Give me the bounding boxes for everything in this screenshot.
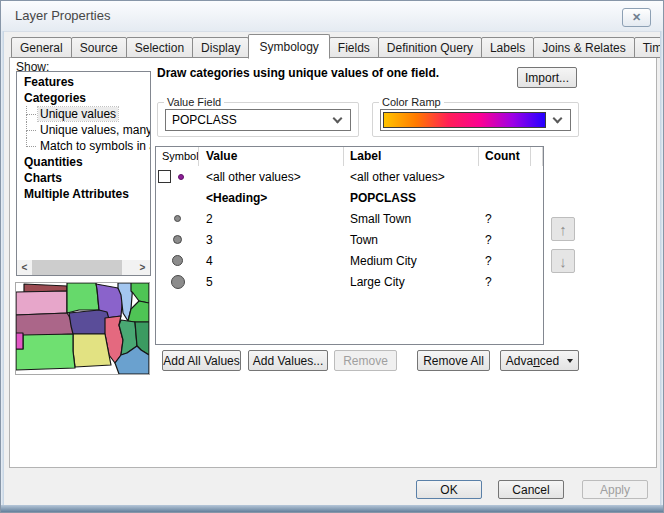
show-tree-item-label: Categories (22, 91, 88, 105)
tab-labels[interactable]: Labels (481, 37, 534, 58)
show-tree-item-label: Features (22, 75, 76, 89)
tab-source[interactable]: Source (71, 37, 127, 58)
layer-properties-dialog: Layer Properties ✕ GeneralSourceSelectio… (0, 0, 664, 513)
count-cell: ? (479, 275, 531, 289)
window-frame-bottom (1, 505, 663, 512)
tab-display[interactable]: Display (192, 37, 249, 58)
show-tree: FeaturesCategoriesUnique valuesUnique va… (16, 71, 151, 276)
symbol-cell[interactable] (156, 255, 199, 266)
chevron-down-icon (333, 114, 343, 124)
color-ramp-gradient (383, 112, 546, 128)
ok-button[interactable]: OK (416, 480, 482, 499)
show-tree-item-categories[interactable]: Categories (17, 90, 150, 106)
tab-strip: GeneralSourceSelectionDisplaySymbologyFi… (11, 34, 664, 58)
show-tree-item-label: Charts (22, 171, 64, 185)
show-tree-item-label: Unique values (38, 107, 118, 121)
add-values-button[interactable]: Add Values... (248, 350, 328, 371)
import-button[interactable]: Import... (517, 67, 577, 88)
map-thumbnail-image (16, 283, 149, 374)
color-ramp-dropdown[interactable] (380, 109, 571, 131)
tab-joins-relates[interactable]: Joins & Relates (533, 37, 634, 58)
values-table-body: <all other values><all other values><Hea… (156, 166, 543, 292)
color-ramp-group: Color Ramp (372, 96, 579, 137)
all-other-values-checkbox[interactable] (158, 170, 171, 183)
show-tree-item-quantities[interactable]: Quantities (17, 154, 150, 170)
value-cell: 4 (199, 254, 344, 268)
close-icon: ✕ (632, 12, 641, 23)
column-header-value: Value (199, 147, 344, 166)
chevron-down-icon (553, 114, 563, 124)
label-cell: Small Town (344, 212, 479, 226)
show-tree-item-unique-values[interactable]: Unique values (17, 106, 150, 122)
symbol-cell[interactable] (156, 215, 199, 222)
cancel-button[interactable]: Cancel (498, 480, 564, 499)
tab-page-symbology: Show: FeaturesCategoriesUnique valuesUni… (9, 57, 657, 468)
value-cell: <Heading> (199, 191, 344, 205)
values-table: SymbolValueLabelCount <all other values>… (155, 146, 544, 345)
tab-selection[interactable]: Selection (126, 37, 193, 58)
tab-symbology[interactable]: Symbology (248, 34, 329, 59)
value-cell: 5 (199, 275, 344, 289)
label-cell: Medium City (344, 254, 479, 268)
show-tree-items: FeaturesCategoriesUnique valuesUnique va… (17, 74, 150, 202)
tab-fields[interactable]: Fields (329, 37, 379, 58)
tab-definition-query[interactable]: Definition Query (378, 37, 482, 58)
show-tree-item-label: Match to symbols in a (38, 139, 150, 153)
column-header-count: Count (479, 147, 531, 166)
apply-button: Apply (582, 480, 648, 499)
move-down-button[interactable]: ↓ (551, 249, 575, 273)
close-button[interactable]: ✕ (622, 8, 651, 27)
scroll-right-arrow-icon[interactable]: > (135, 260, 150, 275)
window-title: Layer Properties (15, 1, 110, 31)
point-symbol-icon (172, 255, 183, 266)
table-row[interactable]: 5Large City? (156, 271, 543, 292)
point-symbol-icon (173, 235, 182, 244)
value-field-selected-value: POPCLASS (166, 113, 334, 127)
table-row[interactable]: 3Town? (156, 229, 543, 250)
layer-preview-map (15, 282, 150, 375)
point-symbol-icon (171, 275, 185, 289)
color-ramp-group-label: Color Ramp (379, 96, 444, 108)
show-tree-item-label: Multiple Attributes (22, 187, 131, 201)
add-all-values-button[interactable]: Add All Values (162, 350, 241, 371)
symbol-cell[interactable] (156, 275, 199, 289)
window-frame-right (660, 31, 663, 512)
table-row[interactable]: <all other values><all other values> (156, 166, 543, 187)
table-row[interactable]: 2Small Town? (156, 208, 543, 229)
values-table-header: SymbolValueLabelCount (156, 147, 543, 166)
label-cell: Town (344, 233, 479, 247)
scrollbar-thumb[interactable] (32, 260, 122, 275)
dropdown-caret-icon (567, 359, 573, 363)
symbology-method-description: Draw categories using unique values of o… (157, 66, 439, 80)
value-field-group-label: Value Field (164, 96, 224, 108)
table-row[interactable]: 4Medium City? (156, 250, 543, 271)
move-up-button[interactable]: ↑ (551, 217, 575, 241)
symbol-cell[interactable] (156, 170, 199, 183)
column-header-label: Label (344, 147, 479, 166)
show-tree-item-charts[interactable]: Charts (17, 170, 150, 186)
show-tree-item-multiple-attributes[interactable]: Multiple Attributes (17, 186, 150, 202)
titlebar[interactable]: Layer Properties ✕ (1, 1, 663, 32)
value-cell: 3 (199, 233, 344, 247)
remove-all-button[interactable]: Remove All (417, 350, 490, 371)
show-tree-item-match-to-symbols-in-a[interactable]: Match to symbols in a (17, 138, 150, 154)
label-cell: <all other values> (344, 170, 479, 184)
value-cell: 2 (199, 212, 344, 226)
column-header-symbol: Symbol (156, 147, 199, 166)
advanced-button[interactable]: Advanced (500, 350, 579, 371)
point-symbol-icon (178, 174, 184, 180)
label-cell: POPCLASS (344, 191, 479, 205)
value-field-dropdown[interactable]: POPCLASS (165, 109, 351, 131)
table-row[interactable]: <Heading>POPCLASS (156, 187, 543, 208)
column-header-filler (531, 147, 543, 166)
symbol-cell[interactable] (156, 235, 199, 244)
value-field-group: Value Field POPCLASS (157, 96, 359, 137)
show-tree-item-unique-values-many[interactable]: Unique values, many (17, 122, 150, 138)
show-tree-item-label: Quantities (22, 155, 85, 169)
show-tree-item-features[interactable]: Features (17, 74, 150, 90)
tree-horizontal-scrollbar[interactable]: < > (17, 260, 150, 275)
value-cell: <all other values> (199, 170, 344, 184)
label-cell: Large City (344, 275, 479, 289)
scroll-left-arrow-icon[interactable]: < (17, 260, 32, 275)
tab-general[interactable]: General (11, 37, 72, 58)
